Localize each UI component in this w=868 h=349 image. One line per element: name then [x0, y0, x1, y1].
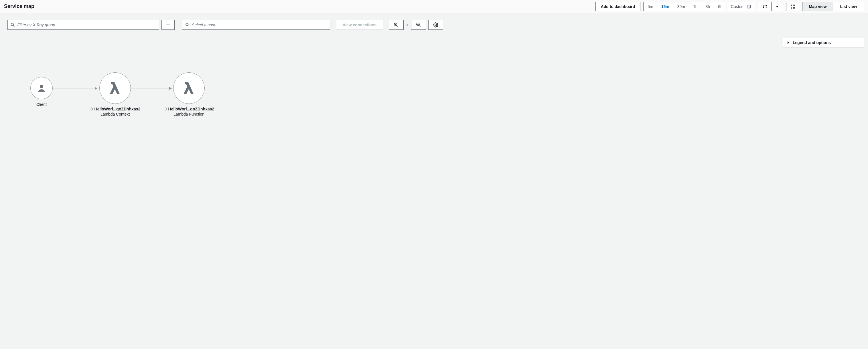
select-node-input[interactable]: [192, 23, 327, 27]
view-connections-button: View connections: [336, 20, 383, 30]
status-ok-icon: [90, 108, 93, 110]
node-func-circle: [173, 72, 205, 104]
node-context-title-row: HelloWorl...goZDhhxas2: [89, 107, 141, 111]
lambda-icon: [181, 80, 197, 96]
zoom-controls: [389, 20, 426, 30]
toolbar: View connections: [0, 13, 868, 30]
node-func-subtitle: Lambda Function: [163, 112, 215, 116]
expand-icon: [790, 4, 795, 9]
svg-point-16: [40, 85, 43, 88]
svg-line-13: [397, 26, 398, 27]
zoom-level-indicator: [406, 24, 408, 26]
time-6h[interactable]: 6h: [714, 2, 726, 11]
refresh-options-button[interactable]: [771, 2, 783, 11]
node-context-subtitle: Lambda Context: [89, 112, 141, 116]
zoom-out-button[interactable]: [411, 20, 426, 30]
node-func-title-row: HelloWorl...goZDhhxas2: [163, 107, 215, 111]
node-func-title: HelloWorl...goZDhhxas2: [168, 107, 214, 111]
status-ok-icon: [164, 108, 166, 110]
header-bar: Service map Add to dashboard 5m 15m 30m …: [0, 0, 868, 13]
add-to-dashboard-button[interactable]: Add to dashboard: [595, 2, 641, 11]
time-custom-label: Custom: [731, 4, 745, 9]
calendar-icon: [747, 5, 751, 9]
filter-group-input-wrap[interactable]: [7, 20, 159, 30]
time-5m[interactable]: 5m: [644, 2, 657, 11]
svg-line-11: [188, 26, 189, 27]
time-30m[interactable]: 30m: [673, 2, 689, 11]
svg-point-5: [748, 7, 748, 7]
node-client[interactable]: Client: [16, 77, 67, 107]
map-view-button[interactable]: Map view: [802, 2, 833, 11]
time-custom[interactable]: Custom: [727, 2, 755, 11]
node-client-title: Client: [16, 102, 67, 107]
fullscreen-button[interactable]: [786, 2, 799, 11]
settings-button[interactable]: [428, 20, 443, 30]
refresh-icon: [763, 4, 767, 9]
list-view-button[interactable]: List view: [833, 2, 864, 11]
page-title: Service map: [4, 3, 34, 9]
node-context-circle: [99, 72, 131, 104]
zoom-in-button[interactable]: [389, 20, 404, 30]
header-actions: Add to dashboard 5m 15m 30m 1h 3h 6h Cus…: [595, 2, 864, 11]
zoom-out-icon: [416, 22, 421, 28]
svg-point-10: [186, 23, 188, 26]
svg-line-9: [13, 26, 14, 27]
svg-point-6: [749, 7, 749, 7]
filter-group-input[interactable]: [17, 23, 156, 27]
add-filter-button[interactable]: [161, 20, 175, 30]
select-node-input-wrap[interactable]: [182, 20, 330, 30]
zoom-in-icon: [394, 22, 399, 28]
time-1h[interactable]: 1h: [689, 2, 702, 11]
lambda-icon: [107, 80, 123, 96]
node-lambda-function[interactable]: HelloWorl...goZDhhxas2 Lambda Function: [163, 72, 215, 116]
refresh-button[interactable]: [758, 2, 771, 11]
view-toggle: Map view List view: [802, 2, 864, 11]
time-15m[interactable]: 15m: [657, 2, 673, 11]
svg-line-15: [419, 26, 421, 27]
svg-point-8: [11, 23, 14, 26]
node-lambda-context[interactable]: HelloWorl...goZDhhxas2 Lambda Context: [89, 72, 141, 116]
time-3h[interactable]: 3h: [702, 2, 714, 11]
user-icon: [37, 83, 46, 93]
service-map-canvas[interactable]: Client HelloWorl...goZDhhxas2 Lambda Con…: [0, 30, 868, 190]
search-icon: [10, 23, 15, 27]
node-context-title: HelloWorl...goZDhhxas2: [94, 107, 141, 111]
svg-point-7: [749, 7, 750, 7]
refresh-group: [758, 2, 783, 11]
time-range-selector: 5m 15m 30m 1h 3h 6h Custom: [643, 2, 755, 11]
gear-icon: [433, 22, 438, 28]
search-icon: [185, 23, 189, 27]
caret-down-icon: [776, 5, 779, 8]
plus-icon: [166, 23, 170, 27]
node-client-circle: [30, 77, 53, 99]
